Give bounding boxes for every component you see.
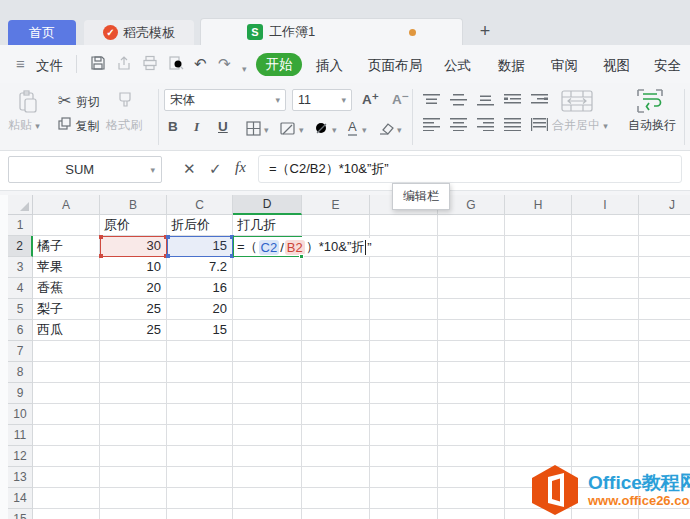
cell-J1[interactable] bbox=[639, 215, 690, 236]
cell-G2[interactable] bbox=[438, 236, 505, 257]
cell-J3[interactable] bbox=[639, 257, 690, 278]
menu-item-security[interactable]: 安全 bbox=[654, 57, 681, 75]
grow-font-button[interactable]: A⁺ bbox=[362, 91, 379, 107]
font-color-caret-icon[interactable]: ▾ bbox=[362, 125, 367, 135]
confirm-icon[interactable]: ✓ bbox=[209, 160, 222, 178]
cell-D8[interactable] bbox=[233, 362, 302, 383]
cell-J5[interactable] bbox=[639, 299, 690, 320]
cell-J2[interactable] bbox=[639, 236, 690, 257]
formula-input[interactable]: =（C2/B2）*10&”折” bbox=[258, 155, 682, 183]
cell-C7[interactable] bbox=[167, 341, 233, 362]
column-header-C[interactable]: C bbox=[167, 195, 233, 215]
increase-indent-icon[interactable] bbox=[531, 92, 548, 110]
cell-G14[interactable] bbox=[438, 488, 505, 509]
column-header-E[interactable]: E bbox=[302, 195, 370, 215]
cell-J11[interactable] bbox=[639, 425, 690, 446]
decrease-indent-icon[interactable] bbox=[504, 92, 521, 110]
paste-clipboard-icon[interactable] bbox=[16, 89, 40, 119]
align-top-icon[interactable] bbox=[423, 92, 440, 110]
cell-D10[interactable] bbox=[233, 404, 302, 425]
row-header-15[interactable]: 15 bbox=[8, 509, 33, 519]
row-header-8[interactable]: 8 bbox=[8, 362, 33, 383]
eraser-caret-icon[interactable]: ▾ bbox=[397, 125, 402, 135]
row-header-1[interactable]: 1 bbox=[8, 215, 33, 236]
cell-J7[interactable] bbox=[639, 341, 690, 362]
menu-item-review[interactable]: 审阅 bbox=[551, 57, 578, 75]
cell-D1[interactable]: 打几折 bbox=[233, 215, 302, 236]
cell-F6[interactable] bbox=[370, 320, 438, 341]
align-right-icon[interactable] bbox=[477, 117, 494, 135]
cell-D7[interactable] bbox=[233, 341, 302, 362]
cell-D15[interactable] bbox=[233, 509, 302, 519]
cell-D14[interactable] bbox=[233, 488, 302, 509]
cell-H5[interactable] bbox=[505, 299, 572, 320]
cancel-icon[interactable]: ✕ bbox=[183, 160, 196, 178]
cell-C9[interactable] bbox=[167, 383, 233, 404]
distributed-icon[interactable] bbox=[531, 117, 548, 135]
row-header-11[interactable]: 11 bbox=[8, 425, 33, 446]
cell-C10[interactable] bbox=[167, 404, 233, 425]
row-header-12[interactable]: 12 bbox=[8, 446, 33, 467]
hamburger-icon[interactable]: ≡ bbox=[16, 53, 25, 75]
align-bottom-icon[interactable] bbox=[477, 92, 494, 110]
cell-D13[interactable] bbox=[233, 467, 302, 488]
cell-B11[interactable] bbox=[100, 425, 167, 446]
wrap-text-button[interactable]: 自动换行 bbox=[628, 117, 676, 134]
tab-home[interactable]: 首页 bbox=[8, 20, 76, 45]
cell-G11[interactable] bbox=[438, 425, 505, 446]
row-header-6[interactable]: 6 bbox=[8, 320, 33, 341]
cell-E11[interactable] bbox=[302, 425, 370, 446]
row-header-10[interactable]: 10 bbox=[8, 404, 33, 425]
cell-B13[interactable] bbox=[100, 467, 167, 488]
menu-item-insert[interactable]: 插入 bbox=[316, 57, 343, 75]
cell-E15[interactable] bbox=[302, 509, 370, 519]
cell-A12[interactable] bbox=[33, 446, 100, 467]
row-header-7[interactable]: 7 bbox=[8, 341, 33, 362]
row-header-2[interactable]: 2 bbox=[8, 236, 33, 257]
save-icon[interactable] bbox=[90, 55, 106, 77]
cell-F8[interactable] bbox=[370, 362, 438, 383]
cell-B5[interactable]: 25 bbox=[100, 299, 167, 320]
row-header-14[interactable]: 14 bbox=[8, 488, 33, 509]
cell-B1[interactable]: 原价 bbox=[100, 215, 167, 236]
cell-C12[interactable] bbox=[167, 446, 233, 467]
cell-J10[interactable] bbox=[639, 404, 690, 425]
column-header-J[interactable]: J bbox=[639, 195, 690, 215]
fill-color-icon[interactable] bbox=[314, 121, 330, 140]
cell-I3[interactable] bbox=[572, 257, 639, 278]
cell-A9[interactable] bbox=[33, 383, 100, 404]
cell-C3[interactable]: 7.2 bbox=[167, 257, 233, 278]
tab-docer-templates[interactable]: ✓ 稻壳模板 bbox=[84, 20, 194, 45]
paste-button[interactable]: 粘贴 ▾ bbox=[8, 117, 40, 134]
cell-E4[interactable] bbox=[302, 278, 370, 299]
wrap-text-icon[interactable] bbox=[636, 88, 664, 118]
cell-A6[interactable]: 西瓜 bbox=[33, 320, 100, 341]
cell-shading-icon[interactable] bbox=[280, 121, 296, 140]
cell-J4[interactable] bbox=[639, 278, 690, 299]
cell-F11[interactable] bbox=[370, 425, 438, 446]
cell-B12[interactable] bbox=[100, 446, 167, 467]
select-all-corner[interactable] bbox=[8, 195, 33, 215]
cell-D4[interactable] bbox=[233, 278, 302, 299]
row-header-3[interactable]: 3 bbox=[8, 257, 33, 278]
borders-caret-icon[interactable]: ▾ bbox=[264, 125, 269, 135]
column-header-A[interactable]: A bbox=[33, 195, 100, 215]
cell-D12[interactable] bbox=[233, 446, 302, 467]
cell-C15[interactable] bbox=[167, 509, 233, 519]
cell-H6[interactable] bbox=[505, 320, 572, 341]
cell-B14[interactable] bbox=[100, 488, 167, 509]
cell-D3[interactable] bbox=[233, 257, 302, 278]
insert-function-icon[interactable]: fx bbox=[235, 159, 246, 176]
format-painter-button[interactable]: 格式刷 bbox=[106, 117, 142, 134]
cell-A7[interactable] bbox=[33, 341, 100, 362]
cell-F10[interactable] bbox=[370, 404, 438, 425]
cell-I10[interactable] bbox=[572, 404, 639, 425]
cell-I4[interactable] bbox=[572, 278, 639, 299]
cell-J9[interactable] bbox=[639, 383, 690, 404]
cell-H7[interactable] bbox=[505, 341, 572, 362]
cell-F1[interactable] bbox=[370, 215, 438, 236]
cell-A3[interactable]: 苹果 bbox=[33, 257, 100, 278]
print-icon[interactable] bbox=[142, 55, 158, 77]
cell-F3[interactable] bbox=[370, 257, 438, 278]
cell-I9[interactable] bbox=[572, 383, 639, 404]
